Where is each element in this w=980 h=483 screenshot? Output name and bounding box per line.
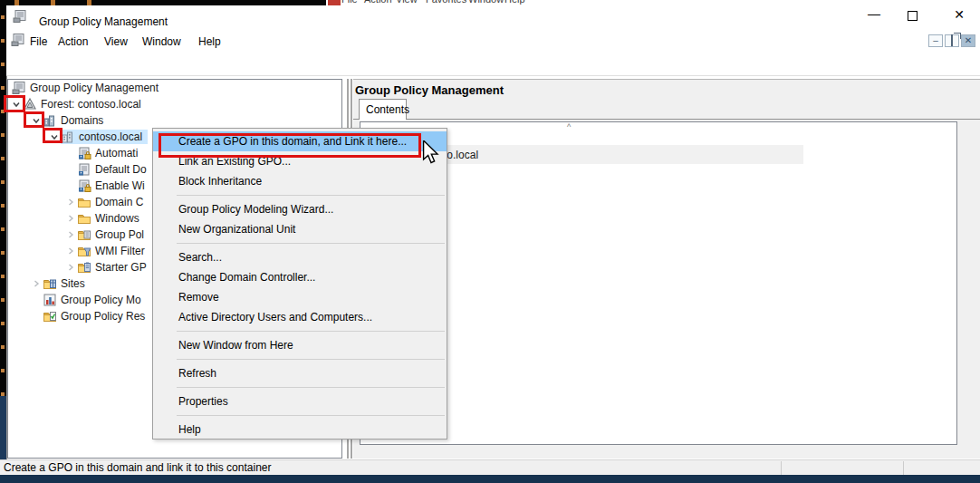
- mouse-cursor-icon: [422, 140, 440, 166]
- menu-file[interactable]: File: [26, 34, 51, 50]
- folder-scroll-icon: [77, 227, 91, 242]
- gpmc-console-icon: [12, 81, 26, 95]
- child-restore-button[interactable]: [945, 34, 959, 47]
- bg-menu-action: Action: [364, 0, 392, 5]
- gpo-icon: [77, 162, 91, 177]
- menu-item-modeling-wizard[interactable]: Group Policy Modeling Wizard...: [153, 199, 447, 219]
- annotation-box-domain-expander: [43, 128, 62, 143]
- background-left-strip: [0, 5, 6, 396]
- child-minimize-button[interactable]: –: [928, 34, 943, 47]
- menu-item-new-organizational-unit[interactable]: New Organizational Unit: [153, 219, 447, 239]
- gpmc-app-icon: [13, 9, 27, 24]
- menu-item-help[interactable]: Help: [153, 420, 447, 440]
- menu-action[interactable]: Action: [54, 34, 91, 50]
- screen: File Action View Favorites Window Help G…: [0, 0, 980, 483]
- selected-tree-item-highlight: contoso.local: [61, 130, 148, 144]
- gpo-lock-icon: [77, 146, 91, 160]
- menu-separator: [153, 383, 447, 391]
- status-text: Create a GPO in this domain and link it …: [4, 461, 271, 474]
- menu-item-search[interactable]: Search...: [153, 247, 447, 267]
- annotation-box-domains-expander: [24, 111, 44, 128]
- bg-menu-help: Help: [504, 0, 525, 5]
- title-bar: Group Policy Management: [6, 5, 980, 29]
- gpo-lock-icon: [77, 179, 91, 193]
- menu-bar: File Action View Window Help: [6, 29, 980, 51]
- tab-contents[interactable]: Contents: [359, 99, 407, 120]
- menu-separator: [153, 191, 447, 199]
- bg-menu-file: File: [341, 0, 358, 5]
- menu-separator: [153, 327, 447, 335]
- bg-menu-view: View: [396, 0, 418, 5]
- menu-item-properties[interactable]: Properties: [153, 391, 447, 411]
- expander-right-icon[interactable]: [64, 196, 77, 208]
- domain-icon: [61, 130, 75, 144]
- background-left-navy-strip: [0, 396, 6, 459]
- tab-strip-line: [353, 119, 980, 120]
- results-folder-icon: [43, 309, 57, 324]
- menu-item-block-inheritance[interactable]: Block Inheritance: [153, 171, 447, 191]
- minimize-button[interactable]: —: [862, 7, 886, 24]
- maximize-button[interactable]: [908, 11, 918, 21]
- tree-item-forest[interactable]: Forest: contoso.local: [8, 96, 341, 112]
- menu-item-remove[interactable]: Remove: [153, 287, 447, 307]
- close-button[interactable]: ✕: [947, 7, 971, 24]
- menu-item-ad-users-and-computers[interactable]: Active Directory Users and Computers...: [153, 307, 447, 327]
- menu-window[interactable]: Window: [139, 34, 185, 50]
- context-menu: Create a GPO in this domain, and Link it…: [152, 128, 447, 440]
- menu-item-new-window-from-here[interactable]: New Window from Here: [153, 335, 447, 355]
- menu-separator: [153, 355, 447, 363]
- folder-icon: [77, 195, 91, 209]
- folder-funnel-icon: [77, 244, 91, 258]
- menu-view[interactable]: View: [101, 34, 131, 50]
- sites-folder-icon: [43, 276, 57, 291]
- toolbar: ?: [6, 51, 980, 76]
- folder-icon: [77, 211, 91, 226]
- contents-list: Name ^ contoso.local: [360, 121, 957, 445]
- window-title: Group Policy Management: [39, 15, 168, 28]
- bg-menu-window: Window: [468, 0, 504, 5]
- sort-ascending-icon: ^: [567, 122, 571, 131]
- menu-help[interactable]: Help: [195, 34, 225, 50]
- taskbar-strip: [0, 475, 980, 483]
- expander-right-icon[interactable]: [64, 245, 77, 257]
- expander-right-icon[interactable]: [64, 212, 77, 225]
- annotation-box-forest-expander: [4, 95, 25, 112]
- annotation-box-create-gpo-menu-item: [159, 133, 421, 158]
- modeling-icon: [43, 293, 57, 307]
- bg-menu-favorites: Favorites: [426, 0, 466, 5]
- expander-right-icon[interactable]: [64, 228, 77, 241]
- results-pane-title: Group Policy Management: [355, 83, 504, 97]
- expander-right-icon[interactable]: [30, 277, 43, 290]
- restore-icon: [951, 34, 953, 46]
- menu-item-refresh[interactable]: Refresh: [153, 363, 447, 383]
- expander-right-icon[interactable]: [64, 261, 77, 274]
- tree-item-domains[interactable]: Domains: [8, 112, 341, 129]
- child-close-button[interactable]: ✕: [961, 34, 975, 47]
- status-bar: Create a GPO in this domain and link it …: [0, 459, 980, 475]
- folder-clipboard-icon: [77, 260, 91, 275]
- gpmc-menu-icon: [11, 33, 25, 47]
- menu-separator: [153, 239, 447, 247]
- status-bar-divider: [781, 461, 782, 475]
- menu-separator: [153, 411, 447, 420]
- menu-item-change-domain-controller[interactable]: Change Domain Controller...: [153, 267, 447, 287]
- status-bar-divider: [903, 461, 904, 475]
- domains-icon: [43, 113, 57, 128]
- tree-item-root[interactable]: Group Policy Management: [8, 80, 341, 96]
